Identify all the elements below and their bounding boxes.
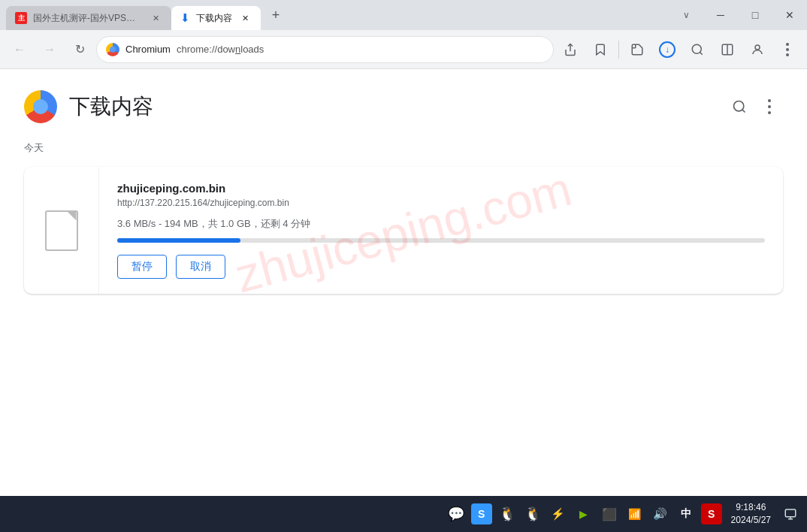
download-filename: zhujiceping.com.bin: [117, 182, 765, 195]
window-controls: ∨ ─ □ ✕: [669, 0, 807, 30]
notification-button[interactable]: [780, 503, 801, 524]
page-title: 下载内容: [69, 92, 153, 121]
tab2-title: 下载内容: [196, 12, 232, 25]
minimize-icon: ─: [717, 10, 724, 20]
svg-point-9: [786, 53, 789, 56]
taskbar-battery-icon[interactable]: ⬛: [599, 503, 620, 524]
download-card-icon: [24, 167, 99, 294]
share-button[interactable]: [557, 36, 584, 63]
minimize-button[interactable]: ─: [703, 0, 738, 30]
download-arrow-icon: ↓: [659, 41, 676, 58]
taskbar-sogou-icon[interactable]: S: [471, 503, 492, 524]
download-card: zhujiceping.com.bin http://137.220.215.1…: [24, 167, 783, 294]
forward-button[interactable]: →: [36, 36, 63, 63]
search-downloads-button[interactable]: [726, 93, 753, 120]
taskbar-qq2-icon[interactable]: 🐧: [522, 503, 543, 524]
toolbar: ← → ↻ Chromium chrome://downloads ↓: [0, 30, 807, 69]
taskbar-sogou2-icon[interactable]: S: [701, 503, 722, 524]
titlebar: 主 国外主机测评-国外VPS、国... ✕ ⬇ 下载内容 ✕ + ∨ ─ □ ✕: [0, 0, 807, 30]
url-display: chrome://downloads: [177, 44, 544, 55]
section-today-label: 今天: [0, 135, 807, 161]
svg-point-11: [768, 99, 771, 102]
taskbar-wechat-icon[interactable]: 💬: [446, 503, 467, 524]
taskbar-input-method-icon[interactable]: 中: [676, 503, 697, 524]
download-card-content: zhujiceping.com.bin http://137.220.215.1…: [99, 167, 783, 294]
svg-point-12: [768, 105, 771, 108]
file-icon: [45, 210, 78, 251]
close-icon: ✕: [785, 10, 794, 20]
taskbar-nvidia-icon[interactable]: ▶: [573, 503, 594, 524]
tab2-favicon: ⬇: [180, 11, 190, 25]
download-url: http://137.220.215.164/zhujiceping.com.b…: [117, 198, 765, 208]
date-display: 2024/5/27: [731, 514, 771, 527]
svg-point-10: [734, 101, 744, 111]
taskbar-bluetooth-icon[interactable]: ⚡: [548, 503, 569, 524]
download-progress-text: 3.6 MB/s - 194 MB，共 1.0 GB，还剩 4 分钟: [117, 217, 765, 231]
taskbar-qq1-icon[interactable]: 🐧: [497, 503, 518, 524]
cancel-button[interactable]: 取消: [176, 255, 225, 279]
more-button[interactable]: [774, 36, 801, 63]
tab-active[interactable]: ⬇ 下载内容 ✕: [171, 6, 261, 30]
close-button[interactable]: ✕: [772, 0, 807, 30]
datetime-display[interactable]: 9:18:46 2024/5/27: [725, 501, 777, 527]
site-name: Chromium: [125, 44, 171, 55]
time-display: 9:18:46: [731, 501, 771, 514]
tab1-favicon: 主: [15, 12, 27, 24]
taskbar: 💬 S 🐧 🐧 ⚡ ▶ ⬛ 📶 🔊 中 S 9:18:46 2024/5/27: [0, 496, 807, 532]
svg-point-13: [768, 111, 771, 114]
back-button[interactable]: ←: [6, 36, 33, 63]
svg-point-7: [786, 43, 789, 46]
split-screen-button[interactable]: [714, 36, 741, 63]
search-button[interactable]: [684, 36, 711, 63]
downloads-toolbar-button[interactable]: ↓: [654, 36, 681, 63]
maximize-button[interactable]: □: [738, 0, 772, 30]
downloads-logo: [24, 90, 57, 123]
tab2-close-button[interactable]: ✕: [238, 11, 252, 25]
maximize-icon: □: [752, 10, 758, 20]
site-favicon: [106, 43, 119, 56]
tab1-close-button[interactable]: ✕: [149, 11, 162, 25]
taskbar-volume-icon[interactable]: 🔊: [650, 503, 671, 524]
header-actions: [726, 93, 783, 120]
progress-bar-fill: [117, 238, 240, 243]
svg-point-3: [692, 44, 701, 53]
download-actions: 暂停 取消: [117, 255, 765, 279]
window-chevron-button[interactable]: ∨: [669, 0, 703, 30]
taskbar-icons: 💬 S 🐧 🐧 ⚡ ▶ ⬛ 📶 🔊 中 S: [446, 503, 722, 524]
toolbar-divider: [618, 41, 619, 59]
progress-bar: [117, 238, 765, 243]
downloads-more-button[interactable]: [756, 93, 783, 120]
address-bar[interactable]: Chromium chrome://downloads: [96, 36, 554, 63]
downloads-header: 下载内容: [0, 69, 807, 135]
svg-point-8: [786, 48, 789, 51]
new-tab-button[interactable]: +: [264, 3, 288, 27]
tab-group: 主 国外主机测评-国外VPS、国... ✕ ⬇ 下载内容 ✕ +: [0, 0, 669, 30]
taskbar-wifi-icon[interactable]: 📶: [624, 503, 645, 524]
page-content: zhujiceping.com 下载内容 今天 zhujiceping.com.…: [0, 69, 807, 496]
profile-button[interactable]: [744, 36, 771, 63]
tab1-title: 国外主机测评-国外VPS、国...: [33, 12, 143, 25]
bookmark-button[interactable]: [587, 36, 614, 63]
reload-button[interactable]: ↻: [66, 36, 93, 63]
extensions-button[interactable]: [624, 36, 651, 63]
svg-point-6: [755, 45, 760, 50]
tab-inactive[interactable]: 主 国外主机测评-国外VPS、国... ✕: [6, 6, 171, 30]
svg-rect-14: [785, 509, 796, 517]
pause-button[interactable]: 暂停: [117, 255, 167, 279]
